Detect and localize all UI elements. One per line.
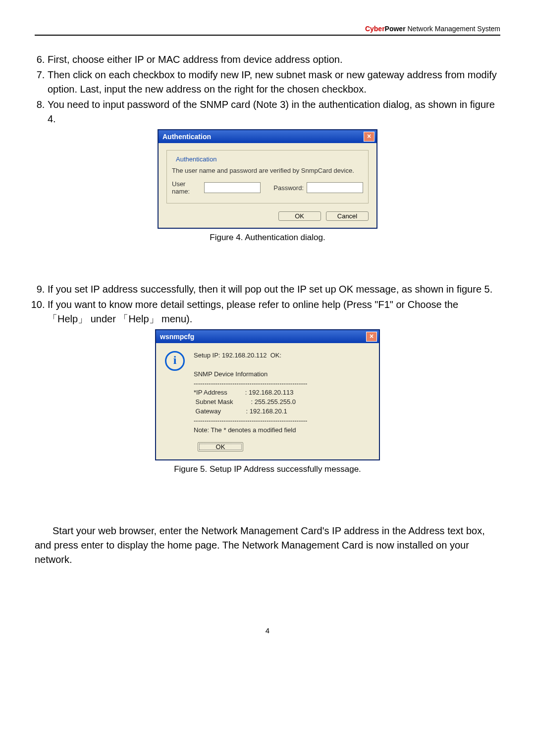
brand-suffix: Network Management System	[406, 25, 500, 33]
brand-power: Power	[385, 25, 406, 33]
step-list-a: First, choose either IP or MAC address f…	[35, 52, 500, 126]
ws-sep1: ----------------------------------------…	[194, 380, 307, 387]
figure-4-caption: Figure 4. Authentication dialog.	[35, 233, 500, 243]
cancel-button[interactable]: Cancel	[326, 211, 369, 221]
ws-title: wsnmpcfg	[160, 333, 194, 341]
close-icon[interactable]: ×	[366, 332, 377, 342]
brand-cyber: Cyber	[365, 25, 385, 33]
step-9: If you set IP address successfully, then…	[48, 282, 500, 297]
figure-5-caption: Figure 5. Setup IP Address successfully …	[35, 464, 500, 474]
ws-note: Note: The * denotes a modified field	[194, 426, 296, 434]
ws-row-gw: Gateway : 192.168.20.1	[194, 407, 287, 415]
ws-row-ip: *IP Address : 192.168.20.113	[194, 389, 293, 396]
step-7: Then click on each checkbox to modify ne…	[48, 68, 500, 97]
doc-header: CyberPower Network Management System	[35, 25, 500, 33]
ws-line1: Setup IP: 192.168.20.112 OK:	[194, 352, 281, 359]
step-6: First, choose either IP or MAC address f…	[48, 52, 500, 67]
user-name-input[interactable]	[204, 182, 261, 193]
ws-line2: SNMP Device Information	[194, 370, 268, 378]
ok-button[interactable]: OK	[198, 442, 243, 452]
authentication-dialog: Authentication × Authentication The user…	[158, 129, 377, 229]
auth-description: The user name and password are verified …	[172, 167, 363, 174]
user-name-label: User name:	[172, 180, 201, 195]
ok-button[interactable]: OK	[278, 211, 321, 221]
ws-message: Setup IP: 192.168.20.112 OK: SNMP Device…	[194, 351, 307, 435]
ws-row-mask: Subnet Mask : 255.255.255.0	[194, 398, 296, 405]
ws-titlebar[interactable]: wsnmpcfg ×	[156, 330, 379, 343]
password-label: Password:	[273, 184, 304, 192]
auth-title: Authentication	[162, 133, 211, 141]
header-rule	[35, 35, 500, 36]
auth-fieldset: Authentication The user name and passwor…	[166, 150, 369, 203]
bottom-paragraph: Start your web browser, enter the Networ…	[35, 524, 500, 567]
info-icon: i	[165, 351, 185, 371]
step-8: You need to input password of the SNMP c…	[48, 98, 500, 126]
step-10: If you want to know more detail settings…	[48, 298, 500, 326]
wsnmpcfg-dialog: wsnmpcfg × i Setup IP: 192.168.20.112 OK…	[155, 329, 380, 460]
step-list-b: If you set IP address successfully, then…	[35, 282, 500, 326]
password-input[interactable]	[307, 182, 363, 193]
page-number: 4	[35, 626, 500, 635]
close-icon[interactable]: ×	[364, 132, 374, 142]
auth-titlebar[interactable]: Authentication ×	[159, 130, 376, 143]
ws-sep2: ----------------------------------------…	[194, 417, 307, 424]
auth-legend: Authentication	[174, 155, 218, 163]
